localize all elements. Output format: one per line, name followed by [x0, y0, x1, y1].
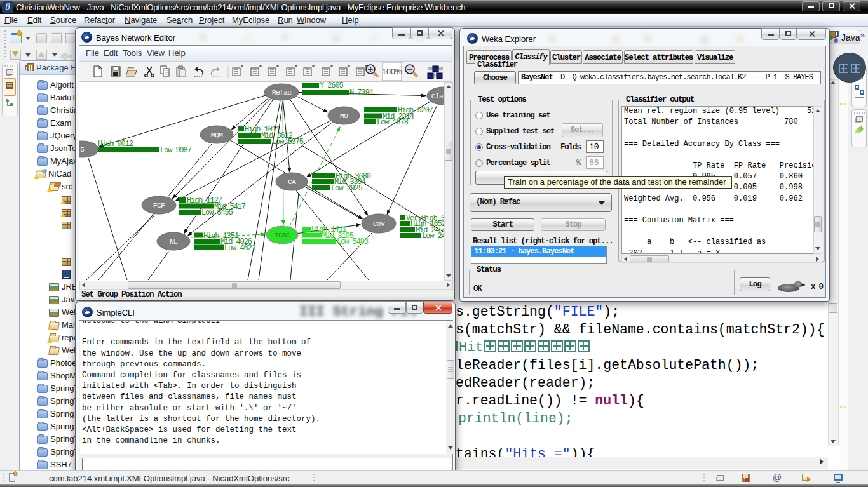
svg-text:CA: CA — [288, 178, 296, 186]
svg-text:Y 2605: Y 2605 — [320, 82, 344, 90]
svg-text:Clas: Clas — [431, 92, 444, 100]
svg-text:Low 3455: Low 3455 — [201, 208, 233, 217]
svg-text:FCF: FCF — [153, 201, 165, 210]
svg-text:NL: NL — [170, 237, 178, 246]
svg-text:Low 2925: Low 2925 — [331, 184, 363, 193]
svg-text:TCBC: TCBC — [275, 231, 290, 239]
svg-text:Low 5483: Low 5483 — [337, 237, 369, 246]
svg-text:Low 4621: Low 4621 — [224, 244, 256, 253]
svg-text:Low 9987: Low 9987 — [160, 146, 192, 155]
svg-text:High 0012: High 0012 — [98, 140, 133, 149]
svg-text:5: 5 — [80, 145, 85, 154]
svg-text:MO: MO — [340, 112, 348, 120]
svg-text:100%: 100% — [382, 67, 402, 76]
svg-text:N 7394: N 7394 — [349, 88, 374, 97]
svg-text:Cov: Cov — [373, 220, 385, 228]
svg-text:Low 1878: Low 1878 — [377, 118, 409, 127]
svg-text:Refac: Refac — [272, 88, 292, 97]
svg-text:Low 5375: Low 5375 — [272, 138, 304, 147]
svg-text:MQM: MQM — [211, 131, 223, 139]
svg-text:Low 24: Low 24 — [422, 232, 444, 241]
